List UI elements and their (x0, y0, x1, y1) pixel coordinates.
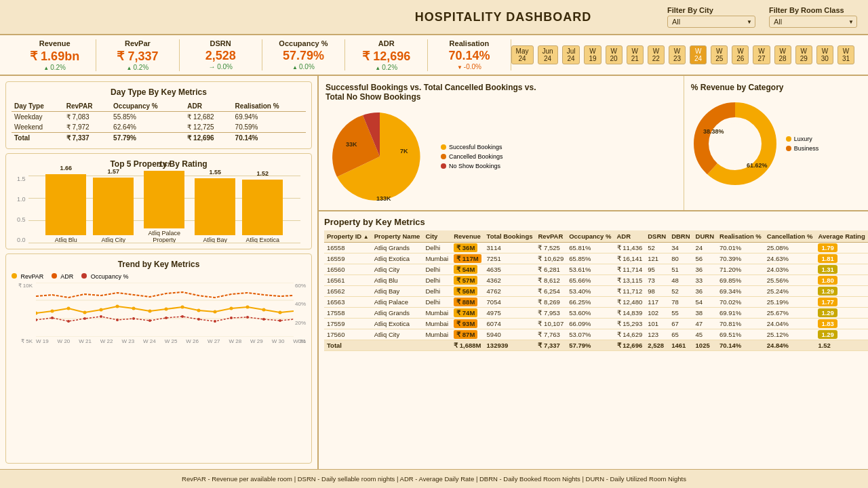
business-legend-dot (786, 146, 791, 151)
list-item: Succesful Bookings (441, 144, 503, 150)
property-table-title: Property by Key Metrics (324, 217, 868, 227)
footer-bar: RevPAR - Revenue per available room | DS… (0, 469, 868, 488)
table-row: 16560 Atliq City Delhi ₹ 54M 4635 ₹ 6,28… (324, 264, 868, 275)
revenue-chart-title: % Revenue by Category (691, 83, 867, 92)
metric-adr-label: ADR (378, 39, 395, 47)
svg-point-29 (181, 315, 184, 318)
week-jul24[interactable]: Jul 24 (562, 45, 580, 64)
week-w22[interactable]: W 22 (648, 45, 665, 64)
col-day-type: Day Type (12, 101, 64, 112)
city-filter: Filter By City All (667, 6, 755, 28)
col-occupancy: Occupancy % (566, 230, 614, 243)
list-item: No Show Bookings (441, 163, 503, 169)
week-w31[interactable]: W 31 (837, 45, 854, 64)
week-may24[interactable]: May 24 (511, 45, 534, 64)
svg-point-16 (230, 307, 233, 310)
metric-adr: ADR ₹ 12,696 0.2% (345, 39, 428, 71)
metric-revpar-change: 0.2% (127, 64, 149, 71)
trend-card: Trend by Key Metrics RevPAR ADR Occupanc… (5, 253, 312, 464)
revenue-cell: ₹ 54M (454, 265, 477, 274)
right-panel: Successful Bookings vs. Total Cancelled … (319, 76, 868, 469)
col-total-bookings: Total Bookings (484, 230, 536, 243)
top5-card: Top 5 Property By Rating 1.5 1.0 0.5 0.0 (5, 153, 312, 249)
svg-point-18 (262, 308, 266, 312)
metric-adr-change: 0.2% (375, 64, 397, 71)
revenue-donut-chart: 38.38% 61.62% (691, 96, 779, 191)
col-revenue: Revenue (451, 230, 484, 243)
metric-revenue-label: Revenue (39, 39, 71, 47)
bar (242, 180, 283, 235)
city-filter-select[interactable]: All (667, 16, 755, 28)
metric-revpar-value: ₹ 7,337 (117, 49, 158, 64)
metric-occupancy: Occupancy % 57.79% 0.0% (262, 39, 345, 70)
down-arrow-icon (457, 63, 462, 70)
svg-text:7K: 7K (400, 148, 408, 155)
table-row: 16561 Atliq Blu Delhi ₹ 57M 4362 ₹ 8,612… (324, 275, 868, 286)
list-item: Cancelled Bookings (441, 153, 503, 160)
table-row: 16563 Atliq Palace Delhi ₹ 88M 7054 ₹ 8,… (324, 297, 868, 308)
property-table-section: Property by Key Metrics Property ID ▲ Pr… (319, 211, 868, 469)
week-w19[interactable]: W 19 (584, 45, 601, 64)
property-table: Property ID ▲ Property Name City Revenue… (324, 230, 868, 351)
day-type-table: Day Type RevPAR Occupancy % ADR Realisat… (12, 101, 306, 143)
col-durn: DURN (693, 230, 717, 243)
week-jun24[interactable]: Jun 24 (538, 45, 558, 64)
metric-revenue-change: 0.2% (43, 64, 66, 71)
trend-legend: RevPAR ADR Occupancy % (12, 273, 306, 280)
week-w20[interactable]: W 20 (606, 45, 623, 64)
svg-point-7 (83, 311, 87, 314)
city-filter-label: Filter By City (667, 6, 755, 14)
list-item: Business (786, 145, 819, 152)
week-w30[interactable]: W 30 (816, 45, 833, 64)
col-adr: ADR (614, 230, 646, 243)
col-dsrn: DSRN (645, 230, 669, 243)
svg-point-30 (197, 318, 200, 321)
svg-point-6 (67, 307, 71, 310)
list-item: 1.57 Atliq City (93, 178, 134, 243)
booking-chart-title: Successful Bookings vs. Total Cancelled … (326, 83, 677, 102)
room-filter-select[interactable]: All (769, 16, 857, 28)
list-item: 1.52 Atliq Exotica (242, 180, 283, 243)
top5-bar-chart: 1.66 Atliq Blu 1.57 Atliq City (28, 176, 300, 243)
col-occupancy: Occupancy % (111, 101, 184, 112)
metric-revpar-label: RevPar (125, 39, 151, 47)
col-revpar: RevPAR (535, 230, 566, 243)
bar (144, 171, 184, 228)
week-w21[interactable]: W 21 (627, 45, 644, 64)
cancelled-legend-dot (441, 154, 446, 159)
svg-point-12 (165, 308, 168, 311)
rating-badge: 1.79 (818, 243, 837, 252)
week-w25[interactable]: W 25 (711, 45, 728, 64)
week-w28[interactable]: W 28 (774, 45, 791, 64)
svg-point-25 (116, 319, 119, 321)
col-revpar: RevPAR (64, 101, 111, 112)
metric-revpar: RevPar ₹ 7,337 0.2% (96, 39, 179, 71)
table-row: Weekday ₹ 7,083 55.85% ₹ 12,682 69.94% (12, 112, 306, 123)
week-w26[interactable]: W 26 (732, 45, 749, 64)
bar (93, 178, 134, 235)
donut-container: 38.38% 61.62% Luxury Business (691, 96, 867, 191)
svg-point-21 (51, 317, 54, 319)
revenue-cell: ₹ 88M (454, 298, 477, 306)
svg-point-32 (230, 317, 233, 319)
week-w29[interactable]: W 29 (795, 45, 812, 64)
svg-point-11 (149, 310, 152, 313)
day-total: Total (12, 133, 64, 144)
col-property-name: Property Name (372, 230, 423, 243)
bar (195, 178, 235, 235)
svg-point-13 (181, 306, 184, 309)
metrics-bar: Revenue ₹ 1.69bn 0.2% RevPar ₹ 7,337 0.2… (0, 35, 868, 76)
svg-point-27 (149, 319, 151, 322)
svg-point-5 (51, 310, 54, 313)
col-property-id: Property ID ▲ (324, 230, 372, 243)
pie-container: 7K 33K 133K Succesful Bookings Cancelled… (326, 106, 677, 207)
week-w23[interactable]: W 23 (669, 45, 686, 64)
svg-point-35 (279, 319, 281, 322)
table-row: Weekend ₹ 7,972 62.64% ₹ 12,725 70.59% (12, 122, 306, 133)
revenue-cell: ₹ 36M (454, 243, 477, 252)
week-w24[interactable]: W 24 (690, 45, 707, 64)
week-w27[interactable]: W 27 (753, 45, 770, 64)
rating-badge: 1.29 (818, 287, 837, 296)
svg-point-20 (36, 319, 37, 321)
rating-badge: 1.29 (818, 330, 837, 339)
